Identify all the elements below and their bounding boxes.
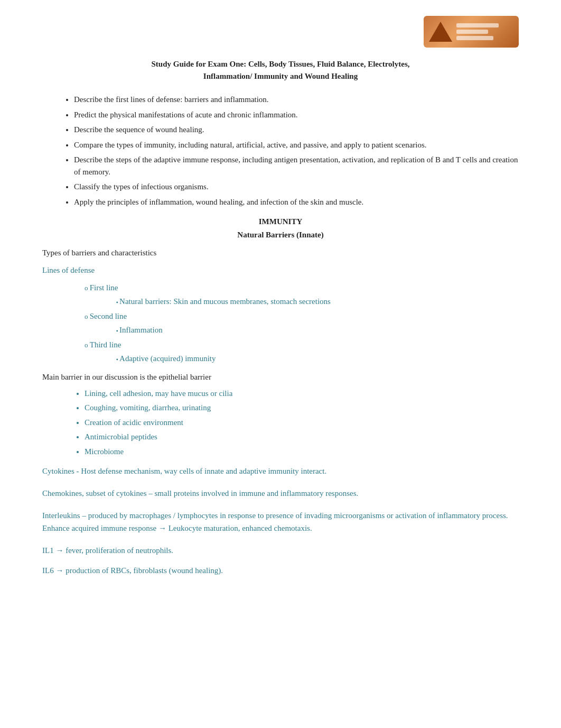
- lines-of-defense-label: Lines of defense: [42, 264, 519, 277]
- logo-text-line3: [456, 36, 493, 40]
- first-line-detail: Natural barriers: Skin and mucous membra…: [116, 295, 519, 308]
- lines-of-defense-outline: First line Natural barriers: Skin and mu…: [85, 281, 519, 365]
- epithelial-bullets-list: Lining, cell adhesion, may have mucus or…: [85, 388, 519, 458]
- second-line-label: Second line: [90, 312, 127, 320]
- third-line-detail: Adaptive (acquired) immunity: [116, 352, 519, 365]
- title-line2: Inflammation/ Immunity and Wound Healing: [203, 72, 358, 80]
- epithelial-bullet-item: Coughing, vomiting, diarrhea, urinating: [85, 402, 519, 414]
- institution-logo: [424, 16, 519, 48]
- objective-item: Apply the principles of inflammation, wo…: [74, 196, 519, 208]
- third-line-details: Adaptive (acquired) immunity: [116, 352, 519, 365]
- title-line1: Study Guide for Exam One: Cells, Body Ti…: [152, 60, 410, 68]
- objective-item: Describe the first lines of defense: bar…: [74, 94, 519, 106]
- interleukins-paragraph: Interleukins – produced by macrophages /…: [42, 509, 519, 535]
- logo-text-line2: [456, 30, 488, 34]
- epithelial-bullet-item: Microbiome: [85, 446, 519, 458]
- objective-item: Compare the types of immunity, including…: [74, 139, 519, 151]
- first-line-details: Natural barriers: Skin and mucous membra…: [116, 295, 519, 308]
- third-line-label: Third line: [90, 340, 121, 349]
- objectives-list: Describe the first lines of defense: bar…: [74, 94, 519, 208]
- second-line-detail: Inflammation: [116, 324, 519, 336]
- objective-item: Describe the steps of the adaptive immun…: [74, 154, 519, 178]
- second-line-item: Second line Inflammation: [85, 310, 519, 336]
- epithelial-bullet-item: Antimicrobial peptides: [85, 431, 519, 443]
- logo-area: [42, 16, 519, 48]
- il6-line: IL6 → production of RBCs, fibroblasts (w…: [42, 564, 519, 577]
- main-barrier-label: Main barrier in our discussion is the ep…: [42, 371, 519, 383]
- epithelial-bullet-item: Lining, cell adhesion, may have mucus or…: [85, 388, 519, 400]
- objective-item: Describe the sequence of wound healing.: [74, 124, 519, 136]
- cytokines-paragraph: Cytokines - Host defense mechanism, way …: [42, 465, 519, 477]
- il1-line: IL1 → fever, proliferation of neutrophil…: [42, 544, 519, 557]
- first-line-label: First line: [90, 283, 118, 292]
- second-line-details: Inflammation: [116, 324, 519, 336]
- chemokines-paragraph: Chemokines, subset of cytokines – small …: [42, 487, 519, 500]
- logo-text-line1: [456, 23, 499, 27]
- page-title: Study Guide for Exam One: Cells, Body Ti…: [42, 58, 519, 82]
- first-line-item: First line Natural barriers: Skin and mu…: [85, 281, 519, 308]
- logo-triangle-icon: [429, 22, 452, 42]
- immunity-heading: IMMUNITY: [42, 217, 519, 226]
- third-line-item: Third line Adaptive (acquired) immunity: [85, 338, 519, 365]
- page-title-section: Study Guide for Exam One: Cells, Body Ti…: [42, 58, 519, 82]
- epithelial-bullet-item: Creation of acidic environment: [85, 417, 519, 429]
- objective-item: Classify the types of infectious organis…: [74, 181, 519, 193]
- natural-barriers-heading: Natural Barriers (Innate): [42, 231, 519, 239]
- logo-text: [456, 23, 499, 40]
- types-barriers-label: Types of barriers and characteristics: [42, 247, 519, 259]
- objective-item: Predict the physical manifestations of a…: [74, 109, 519, 121]
